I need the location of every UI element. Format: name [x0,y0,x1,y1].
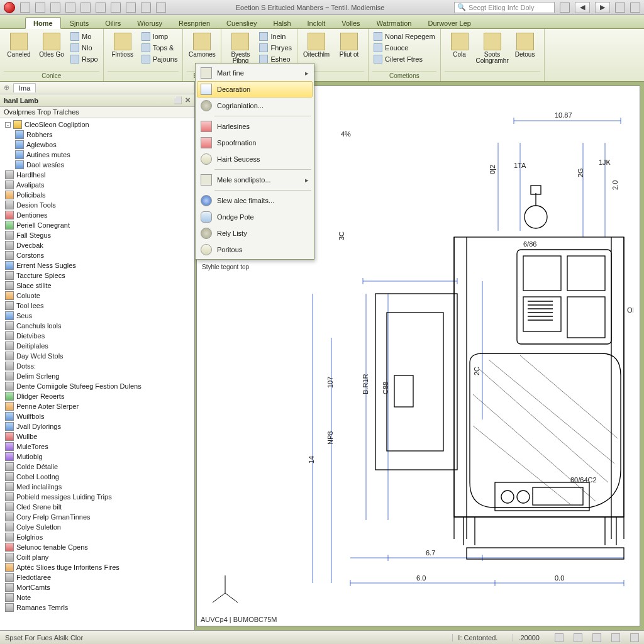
tree-item[interactable]: Cory Frelp GrnanTinnes [3,512,192,522]
tree-item[interactable]: Tool lees [3,301,192,311]
tree-item[interactable]: Colde Détalie [3,462,192,472]
ribbon-button[interactable]: Cola [445,31,475,71]
ribbon-button[interactable]: Caneled [4,31,34,71]
ribbon-button-small[interactable]: Rspo [69,54,99,64]
project-tree[interactable]: -CleoSleon CogliptionRobhersAglewbosAuti… [0,118,194,630]
tree-item[interactable]: Aglewbos [3,140,192,150]
app-menu-button[interactable] [4,2,15,13]
tree-item[interactable]: Day Wcld Stols [3,351,192,361]
tree-item[interactable]: Taccture Spiecs [3,270,192,280]
tree-item[interactable]: Delim Scrleng [3,371,192,381]
tree-item[interactable]: MortCamts [3,582,192,592]
status-icon[interactable] [630,633,639,642]
ribbon-button[interactable]: Pliut ot [334,31,364,71]
tree-item[interactable]: Autines mutes [3,150,192,160]
menu-item[interactable]: Ondge Pote [197,209,313,225]
ribbon-button-small[interactable]: Nlo [69,43,99,53]
ribbon-button[interactable]: Soots Colngramhr [477,31,508,71]
tree-item[interactable]: Dvecbak [3,240,192,250]
menu-item[interactable]: Decaration [197,81,313,97]
qat-print-icon[interactable] [65,3,75,13]
help-search-box[interactable]: 🔍 Secgt Eitiog Infc Doly [454,2,555,13]
tree-item[interactable]: Eolglrios [3,532,192,542]
tree-item[interactable]: Dentiones [3,210,192,220]
tree-item[interactable]: Penne Aoter Slerper [3,401,192,411]
menu-item[interactable]: Mart fine▸ [197,65,313,81]
side-tab[interactable]: Ima [13,83,36,92]
panel-minimize-icon[interactable]: ⬜ [174,96,182,104]
qat-icon[interactable] [111,3,121,13]
qat-undo-icon[interactable] [35,3,45,13]
menu-item[interactable]: Spoofrnation [197,135,313,151]
tree-item[interactable]: -CleoSleon Cogliption [3,119,192,130]
qat-icon[interactable] [126,3,136,13]
tree-item[interactable]: Note [3,592,192,602]
tree-item[interactable]: Desion Tools [3,200,192,210]
menu-item[interactable]: Poritous [197,242,313,258]
ribbon-button-small[interactable]: Inein [258,31,293,42]
ribbon-tab[interactable]: Watrmation [369,18,419,28]
tree-item[interactable]: Wullbe [3,431,192,441]
ribbon-tab[interactable]: Oilirs [97,18,128,28]
ribbon-button-small[interactable]: Mo [69,31,99,42]
tree-item[interactable]: Periell Conegrant [3,220,192,230]
pin-icon[interactable]: ⊕ [4,84,9,92]
tree-item[interactable]: Coluote [3,291,192,301]
tree-item[interactable]: Daol wesíes [3,160,192,170]
menu-item[interactable]: Rely Listy [197,225,313,242]
ribbon-button-small[interactable]: Eouoce [372,43,436,53]
status-icon[interactable] [592,633,601,642]
tree-item[interactable]: Errent Ness Sugles [3,260,192,270]
qat-icon[interactable] [96,3,106,13]
ribbon-tab[interactable]: Volles [334,18,367,28]
nav-fwd-button[interactable]: ▶ [595,2,610,13]
qat-save-icon[interactable] [20,3,30,13]
tree-item[interactable]: Coilt plany [3,552,192,562]
menu-item[interactable]: Slew alec fimaits... [197,192,313,209]
tree-item[interactable]: Wuilfbols [3,411,192,421]
ribbon-tab[interactable]: Cuensliey [219,18,264,28]
tree-item[interactable]: MuleTores [3,441,192,452]
tree-item[interactable]: Robhers [3,130,192,140]
status-icon[interactable] [611,633,620,642]
qat-icon[interactable] [630,3,640,13]
qat-icon[interactable] [615,3,625,13]
tree-item[interactable]: Ramanes Temrls [3,602,192,613]
ribbon-button-small[interactable]: Tops & [140,43,179,53]
panel-close-icon[interactable]: ✕ [185,96,191,104]
ribbon-button[interactable]: Otles Go [36,31,67,71]
tree-item[interactable]: Avalipats [3,180,192,190]
status-icon[interactable] [574,633,582,642]
tree-item[interactable]: Dlidger Reoerts [3,391,192,401]
ribbon-button[interactable]: Detous [510,31,540,71]
ribbon-tab[interactable]: Sjnuts [62,18,97,28]
tree-item[interactable]: Mutiobig [3,452,192,462]
qat-redo-icon[interactable] [50,3,60,13]
ribbon-button-small[interactable]: Pajouns [140,54,179,64]
tree-item[interactable]: Dente Comiigole Stufeeg Festion Dulens [3,381,192,391]
tree-item[interactable]: Policibals [3,190,192,200]
ribbon-button-small[interactable]: Nonal Repegem [372,31,436,42]
ribbon-button-small[interactable]: Cileret Ftres [372,54,436,64]
menu-item[interactable]: Cogrlaniation... [197,97,313,114]
tree-item[interactable]: Cled Srene bilt [3,502,192,512]
tree-item[interactable]: Hardlhesl [3,170,192,180]
ribbon-tab[interactable]: Halsh [265,18,298,28]
qat-dropdown-icon[interactable] [560,3,570,13]
ribbon-tab[interactable]: Wiorusy [130,18,170,28]
tree-item[interactable]: Deitiplales [3,341,192,351]
tree-item[interactable]: Seus [3,311,192,321]
tree-item[interactable]: Cobel Lootlng [3,472,192,482]
ribbon-tab[interactable]: Inclolt [300,18,333,28]
ribbon-tab[interactable]: Durwover Lep [420,18,478,28]
ribbon-tab[interactable]: Resnprien [171,18,218,28]
tree-item[interactable]: Fledotlaree [3,572,192,582]
tree-item[interactable]: Aptéc Slioes tluge Inforitens Fires [3,562,192,572]
ribbon-button[interactable]: Flntioss [108,31,138,71]
ribbon-button-small[interactable]: Iomp [140,31,179,42]
tree-item[interactable]: Selunoc tenable Cpens [3,542,192,552]
expander-icon[interactable]: - [5,122,11,128]
ribbon-tab[interactable]: Home [25,17,61,29]
qat-icon[interactable] [141,3,151,13]
tree-item[interactable]: Jvall Dylorings [3,421,192,431]
